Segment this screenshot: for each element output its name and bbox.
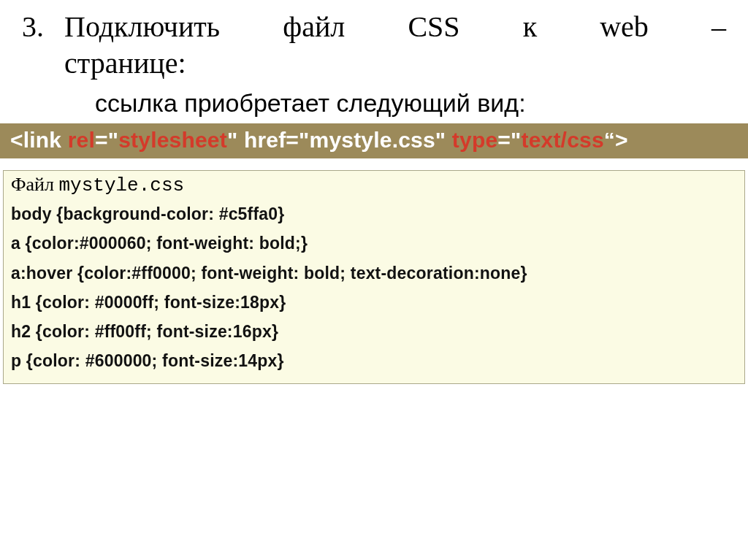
heading-number: 3. xyxy=(22,9,64,45)
file-label: Файл xyxy=(11,174,58,195)
link-tag-bar: <link rel="stylesheet" href="mystyle.css… xyxy=(0,123,748,158)
link-text-4: =" xyxy=(497,128,521,152)
css-line-4: h1 {color: #0000ff; font-size:18px} xyxy=(11,288,737,317)
link-rel-attr: rel xyxy=(68,128,95,152)
link-text-2: =" xyxy=(95,128,118,152)
css-line-2: a {color:#000060; font-weight: bold;} xyxy=(11,229,737,258)
heading-line2: странице: xyxy=(0,45,748,82)
file-title: Файл mystyle.css xyxy=(11,174,737,196)
link-text-3: " href="mystyle.css" xyxy=(227,128,452,152)
css-line-6: p {color: #600000; font-size:14px} xyxy=(11,346,737,375)
link-text-1: <link xyxy=(10,128,68,152)
heading-line1: Подключить файл CSS к web – xyxy=(64,9,726,45)
link-rel-value: stylesheet xyxy=(118,128,227,152)
css-line-5: h2 {color: #ff00ff; font-size:16px} xyxy=(11,317,737,346)
css-file-block: Файл mystyle.css body {background-color:… xyxy=(3,170,745,384)
css-line-1: body {background-color: #c5ffa0} xyxy=(11,199,737,229)
css-line-3: a:hover {color:#ff0000; font-weight: bol… xyxy=(11,258,737,288)
link-type-attr: type xyxy=(452,128,498,152)
link-text-5: “> xyxy=(604,128,628,152)
slide: 3. Подключить файл CSS к web – странице:… xyxy=(0,0,748,560)
heading-row: 3. Подключить файл CSS к web – xyxy=(0,0,748,45)
link-type-value: text/css xyxy=(521,128,603,152)
file-name: mystyle.css xyxy=(58,174,184,196)
subheading: ссылка приобретает следующий вид: xyxy=(0,82,748,123)
